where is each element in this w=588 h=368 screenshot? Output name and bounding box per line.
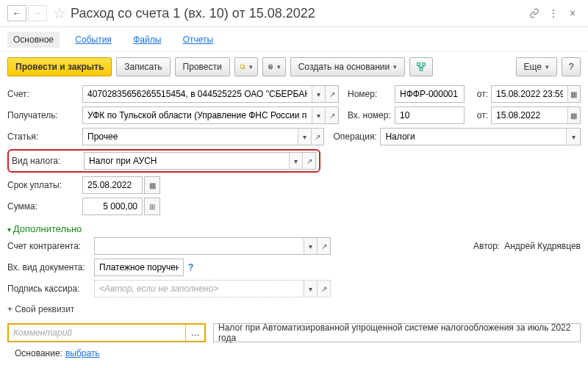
sum-label: Сумма: — [7, 201, 82, 212]
help-icon[interactable]: ? — [188, 262, 193, 273]
recipient-label: Получатель: — [7, 110, 82, 120]
tab-reports[interactable]: Отчеты — [177, 32, 219, 48]
basis-select-link[interactable]: выбрать — [65, 348, 100, 358]
author-label: Автор: — [473, 241, 500, 251]
description-box: Налог при Автоматизированной упрощенной … — [213, 323, 581, 342]
open-icon[interactable]: ↗ — [317, 238, 330, 254]
tab-bar: Основное События Файлы Отчеты — [0, 27, 588, 51]
contragent-acc-label: Счет контрагента: — [7, 241, 94, 251]
cashier-sign-label: Подпись кассира: — [7, 284, 94, 294]
dropdown-icon[interactable]: ▾ — [312, 86, 325, 102]
account-label: Счет: — [7, 89, 82, 99]
tab-main[interactable]: Основное — [7, 32, 60, 48]
save-button[interactable]: Записать — [116, 57, 170, 76]
number-label: Номер: — [348, 89, 395, 99]
description-text: Налог при Автоматизированной упрощенной … — [218, 322, 576, 343]
dropdown-icon[interactable]: ▾ — [289, 153, 302, 169]
svg-rect-1 — [240, 65, 243, 68]
cashier-sign-input[interactable] — [95, 281, 304, 297]
calendar-icon[interactable]: ▦ — [567, 86, 580, 102]
close-icon[interactable]: × — [564, 5, 581, 21]
favorite-icon[interactable]: ☆ — [53, 4, 66, 22]
more-dropdown[interactable]: Еще — [516, 57, 557, 76]
basis-label: Основание: — [15, 348, 62, 358]
forward-button[interactable]: → — [28, 5, 47, 21]
ext-doc-type-label: Вх. вид документа: — [7, 262, 94, 273]
contragent-acc-input[interactable] — [95, 238, 304, 254]
tab-files[interactable]: Файлы — [127, 32, 167, 48]
additional-toggle[interactable]: Дополнительно — [7, 219, 581, 237]
operation-input[interactable] — [381, 129, 566, 145]
author-value: Андрей Кудрявцев — [504, 241, 581, 251]
due-date-label: Срок уплаты: — [7, 180, 82, 190]
window-title: Расход со счета 1 (вх. 10) от 15.08.2022 — [71, 6, 523, 21]
article-input[interactable] — [83, 129, 298, 145]
more-icon[interactable]: ⋮ — [545, 5, 562, 21]
relations-button[interactable] — [409, 57, 433, 76]
print-dropdown[interactable] — [262, 57, 286, 76]
ext-doc-type-input[interactable] — [95, 259, 183, 275]
comment-input[interactable] — [9, 325, 185, 341]
due-date-input[interactable] — [83, 177, 142, 193]
open-icon[interactable]: ↗ — [325, 107, 338, 123]
ext-number-label: Вх. номер: — [348, 110, 395, 120]
calculator-icon[interactable]: ⊞ — [145, 198, 159, 214]
open-icon[interactable]: ↗ — [302, 153, 315, 169]
command-toolbar: Провести и закрыть Записать Провести Соз… — [0, 51, 588, 82]
help-button[interactable]: ? — [562, 57, 581, 76]
dropdown-icon[interactable]: ▾ — [298, 129, 311, 145]
calendar-icon[interactable]: ▦ — [145, 177, 159, 193]
sum-input[interactable] — [83, 198, 142, 214]
recipient-input[interactable] — [83, 107, 312, 123]
ext-date-input[interactable] — [492, 107, 567, 123]
comment-field: … — [7, 323, 206, 342]
tax-type-input[interactable] — [85, 153, 289, 169]
svg-rect-6 — [423, 63, 426, 66]
ext-number-input[interactable] — [395, 107, 464, 123]
from-label: от: — [470, 89, 488, 99]
svg-rect-7 — [420, 68, 423, 71]
tab-events[interactable]: События — [69, 32, 118, 48]
dropdown-icon[interactable]: ▾ — [304, 281, 317, 297]
back-button[interactable]: ← — [7, 5, 26, 21]
open-icon[interactable]: ↗ — [325, 86, 338, 102]
post-button[interactable]: Провести — [175, 57, 230, 76]
operation-label: Операция: — [333, 131, 380, 142]
copy-dropdown[interactable] — [234, 57, 258, 76]
window-header: ← → ☆ Расход со счета 1 (вх. 10) от 15.0… — [0, 0, 588, 27]
dropdown-icon[interactable]: ▾ — [304, 238, 317, 254]
post-and-close-button[interactable]: Провести и закрыть — [7, 57, 112, 76]
dropdown-icon[interactable]: ▾ — [312, 107, 325, 123]
form-body: Счет: ▾ ↗ Номер: от: ▦ Получатель: ▾ — [0, 82, 588, 361]
comment-expand-button[interactable]: … — [185, 325, 204, 341]
number-input[interactable] — [395, 86, 464, 102]
calendar-icon[interactable]: ▦ — [567, 107, 580, 123]
tax-type-label: Вид налога: — [12, 156, 84, 166]
article-label: Статья: — [7, 131, 82, 142]
datetime-input[interactable] — [492, 86, 567, 102]
svg-rect-5 — [417, 63, 420, 66]
open-icon[interactable]: ↗ — [317, 281, 330, 297]
from-label-2: от: — [470, 110, 488, 120]
open-icon[interactable]: ↗ — [311, 129, 324, 145]
account-input[interactable] — [83, 86, 312, 102]
dropdown-icon[interactable]: ▾ — [566, 129, 580, 145]
create-based-dropdown[interactable]: Создать на основании — [290, 57, 406, 76]
link-icon[interactable] — [526, 5, 542, 21]
tax-type-highlight: Вид налога: ▾ ↗ — [7, 149, 320, 173]
add-requisite-button[interactable]: + Свой реквизит — [7, 301, 581, 319]
